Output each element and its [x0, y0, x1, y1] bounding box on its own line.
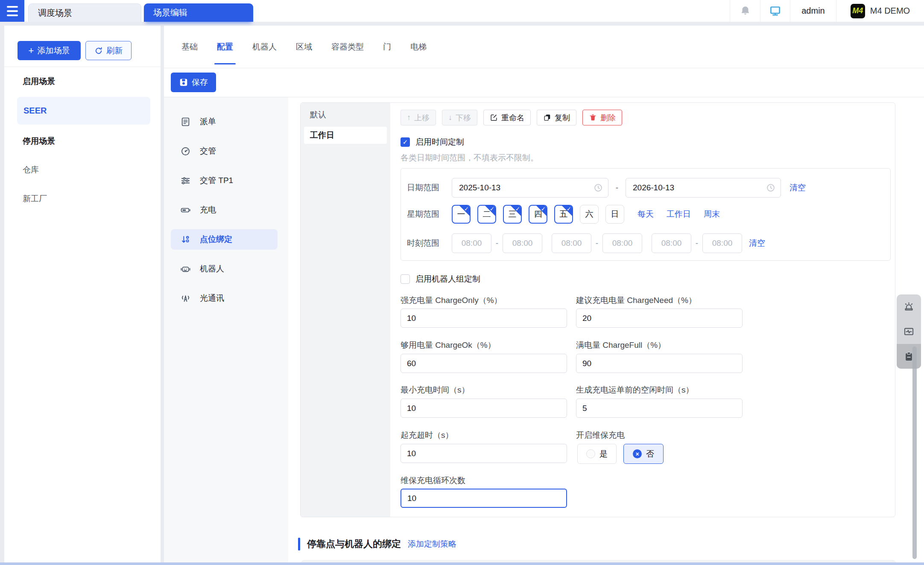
weekend-link[interactable]: 周末 [704, 209, 720, 220]
maintenance-no-option[interactable]: × 否 [623, 444, 664, 464]
menu-item-charging[interactable]: 充电 [171, 200, 278, 220]
add-scene-button[interactable]: + 添加场景 [18, 41, 81, 60]
floating-toolbar [897, 294, 921, 369]
time-clear-link[interactable]: 清空 [749, 238, 765, 249]
weekday-chip-wed[interactable]: 三✓ [503, 205, 522, 224]
workdays-link[interactable]: 工作日 [667, 209, 691, 220]
range-dash: - [691, 239, 702, 248]
monitor-pulse-tool-button[interactable] [897, 319, 921, 344]
everyday-link[interactable]: 每天 [637, 209, 654, 220]
min-charge-time-input[interactable] [401, 399, 567, 418]
scene-item-new-factory[interactable]: 新工厂 [23, 193, 47, 204]
start-timeout-input[interactable] [401, 444, 567, 463]
clock-icon[interactable] [594, 183, 603, 192]
weekday-chip-sat[interactable]: 六✓ [580, 205, 599, 224]
charge-need-input[interactable] [576, 309, 743, 328]
group-disabled-scenes: 停用场景 [23, 136, 55, 147]
brand: M4 M4 DEMO [836, 0, 924, 22]
time-custom-checkbox[interactable]: ✓ [401, 137, 410, 147]
nav-tab-dispatch-scene[interactable]: 调度场景 [28, 3, 141, 22]
menu-toggle-button[interactable] [0, 0, 24, 22]
horizontal-scrollbar[interactable] [0, 562, 924, 565]
week-range-label: 星期范围 [407, 209, 452, 220]
charge-only-input[interactable] [401, 309, 567, 328]
time-input-2-start[interactable] [552, 233, 591, 253]
profile-item-workday[interactable]: 工作日 [304, 127, 387, 144]
maintenance-yes-option[interactable]: 是 [577, 444, 617, 464]
weekday-chip-tue[interactable]: 二✓ [477, 205, 496, 224]
user-menu[interactable]: admin [790, 0, 836, 22]
add-custom-policy-link[interactable]: 添加定制策略 [408, 539, 456, 550]
profile-toolbar: ↑上移 ↓下移 重命名 复制 删除 [401, 110, 622, 125]
time-input-1-start[interactable] [452, 233, 491, 253]
time-input-1-end[interactable] [503, 233, 542, 253]
section-accent-bar [298, 538, 300, 550]
weekday-chip-thu[interactable]: 四✓ [529, 205, 547, 224]
clock-icon[interactable] [766, 183, 775, 192]
menu-item-traffic-tp1[interactable]: 交管 TP1 [171, 170, 278, 191]
date-end-input[interactable] [626, 178, 781, 198]
date-clear-link[interactable]: 清空 [789, 182, 806, 193]
range-dash: - [591, 239, 602, 248]
alarm-light-icon [903, 301, 915, 313]
scene-item-warehouse[interactable]: 仓库 [23, 164, 39, 175]
weekday-chip-mon[interactable]: 一✓ [452, 205, 471, 224]
time-input-3-end[interactable] [702, 233, 742, 253]
tab-areas[interactable]: 区域 [296, 26, 312, 68]
date-start-wrap [452, 178, 608, 198]
tab-doors[interactable]: 门 [383, 26, 391, 68]
move-down-button[interactable]: ↓下移 [442, 110, 477, 125]
refresh-icon [94, 47, 103, 55]
charge-full-input[interactable] [576, 354, 743, 373]
profile-item-default[interactable]: 默认 [304, 106, 387, 123]
maintenance-charge-label: 开启维保充电 [576, 430, 625, 441]
menu-item-point-binding[interactable]: 点位绑定 [171, 229, 278, 250]
cycles-label: 维保充电循环次数 [401, 475, 465, 486]
tab-elevators[interactable]: 电梯 [410, 26, 427, 68]
menu-item-traffic[interactable]: 交管 [171, 141, 278, 161]
time-of-day-label: 时刻范围 [407, 238, 452, 249]
config-menu: 派单 交管 交管 TP1 充电 点位绑定 [164, 97, 288, 562]
rename-button[interactable]: 重命名 [483, 110, 531, 125]
scene-item-seer[interactable]: SEER [17, 97, 150, 125]
tab-basic[interactable]: 基础 [181, 26, 198, 68]
tab-container-types[interactable]: 容器类型 [331, 26, 364, 68]
date-end-wrap [626, 178, 781, 198]
sort-binding-icon [180, 234, 191, 245]
menu-item-optical-comm[interactable]: 光通讯 [171, 288, 278, 309]
nav-tab-scene-editor[interactable]: 场景编辑 [144, 3, 253, 22]
delete-button[interactable]: 删除 [582, 110, 622, 125]
plus-icon: + [29, 46, 34, 55]
vertical-scrollbar[interactable] [912, 347, 917, 559]
time-custom-hint: 各类日期时间范围，不填表示不限制。 [401, 152, 538, 163]
move-up-button[interactable]: ↑上移 [401, 110, 436, 125]
menu-item-robots[interactable]: 机器人 [171, 259, 278, 279]
cycles-input[interactable] [401, 489, 567, 508]
robot-group-checkbox[interactable] [401, 274, 410, 284]
weekday-chip-fri[interactable]: 五✓ [554, 205, 573, 224]
idle-time-input[interactable] [576, 399, 743, 418]
monitor-button[interactable] [760, 0, 790, 22]
time-input-2-end[interactable] [602, 233, 642, 253]
week-quick-links: 每天 工作日 周末 [637, 209, 720, 220]
refresh-button[interactable]: 刷新 [85, 41, 132, 60]
tab-robots[interactable]: 机器人 [252, 26, 277, 68]
date-range-row: 日期范围 - 清空 [407, 178, 806, 198]
gauge-icon [180, 146, 191, 157]
clipboard-tool-button[interactable] [897, 344, 921, 369]
menu-item-dispatch[interactable]: 派单 [171, 111, 278, 132]
notifications-button[interactable] [730, 0, 760, 22]
charge-ok-input[interactable] [401, 354, 567, 373]
time-custom-label: 启用时间定制 [415, 137, 464, 148]
binding-section-header: 停靠点与机器人的绑定 添加定制策略 [298, 538, 456, 550]
tab-config[interactable]: 配置 [217, 26, 233, 68]
save-button[interactable]: 保存 [171, 73, 216, 92]
weekday-chip-sun[interactable]: 日✓ [605, 205, 624, 224]
date-start-input[interactable] [452, 178, 608, 198]
divider [4, 67, 161, 67]
antenna-icon [180, 293, 191, 304]
alarm-tool-button[interactable] [897, 294, 921, 319]
charge-full-label: 满电量 ChargeFull（%） [576, 340, 666, 351]
time-input-3-start[interactable] [652, 233, 691, 253]
copy-button[interactable]: 复制 [537, 110, 576, 125]
